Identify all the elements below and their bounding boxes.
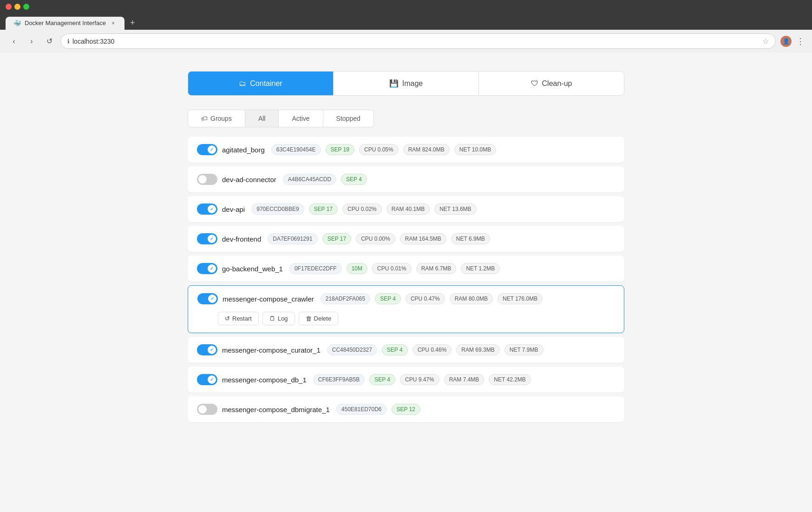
tab-cleanup[interactable]: 🛡 Clean-up (479, 72, 624, 95)
container-id-badge: CF6E3FF9AB5B (313, 374, 365, 385)
container-id-badge: 218ADF2FA065 (321, 293, 370, 304)
container-row[interactable]: ✓ dev-frontend DA7EF0691291SEP 17CPU 0.0… (188, 226, 624, 252)
tab-image[interactable]: 💾 Image (334, 72, 479, 95)
log-button[interactable]: 🗒 Log (262, 312, 295, 325)
restart-button[interactable]: ↺ Restart (218, 312, 259, 325)
container-name: messenger-compose_crawler (223, 295, 314, 303)
container-row[interactable]: ✓ messenger-compose_curator_1 CC48450D23… (188, 337, 624, 363)
container-ram-badge: RAM 80.0MB (450, 293, 493, 304)
traffic-light-green[interactable] (23, 4, 29, 10)
container-row[interactable]: messenger-compose_dbmigrate_1 450E81ED70… (188, 396, 624, 422)
toggle-switch[interactable]: ✓ (197, 233, 217, 244)
container-name: messenger-compose_db_1 (222, 376, 307, 384)
container-date-badge: SEP 12 (392, 404, 420, 415)
all-label: All (258, 115, 266, 122)
container-cpu-badge: CPU 9.47% (400, 374, 439, 385)
row-content: ✓ messenger-compose_crawler 218ADF2FA065… (197, 293, 615, 304)
container-net-badge: NET 6.9MB (451, 233, 490, 244)
filter-all-button[interactable]: All (245, 110, 279, 127)
toggle-switch[interactable]: ✓ (197, 263, 217, 274)
container-list: ✓ agitated_borg 63C4E190454ESEP 19CPU 0.… (188, 137, 624, 426)
container-row[interactable]: ✓ messenger-compose_db_1 CF6E3FF9AB5BSEP… (188, 367, 624, 393)
toggle-switch[interactable] (197, 174, 217, 185)
browser-menu-icon[interactable]: ⋮ (796, 36, 805, 46)
container-name: dev-ad-connector (222, 176, 276, 184)
toggle-switch[interactable] (197, 404, 217, 415)
toggle-switch[interactable]: ✓ (197, 344, 217, 355)
bookmark-icon[interactable]: ☆ (762, 37, 769, 46)
container-name: messenger-compose_dbmigrate_1 (222, 406, 330, 414)
main-tabs: 🗂 Container 💾 Image 🛡 Clean-up (188, 71, 624, 96)
filter-stopped-button[interactable]: Stopped (323, 110, 374, 127)
browser-tab[interactable]: 🐳 Docker Management Interface × (6, 17, 124, 30)
container-net-badge: NET 176.0MB (498, 293, 543, 304)
container-cpu-badge: CPU 0.46% (413, 344, 452, 355)
container-row[interactable]: ✓ agitated_borg 63C4E190454ESEP 19CPU 0.… (188, 137, 624, 163)
container-ram-badge: RAM 824.0MB (403, 144, 450, 155)
container-tab-icon: 🗂 (239, 79, 246, 88)
container-id-badge: 0F17EDEC2DFF (289, 263, 342, 274)
tab-container[interactable]: 🗂 Container (188, 72, 334, 95)
toggle-switch[interactable]: ✓ (197, 374, 217, 385)
image-tab-label: Image (402, 79, 423, 88)
restart-label: Restart (232, 315, 252, 322)
delete-button[interactable]: 🗑 Delete (299, 312, 339, 325)
container-name: agitated_borg (222, 146, 265, 154)
check-icon: ✓ (210, 236, 214, 241)
tab-close-button[interactable]: × (110, 20, 117, 27)
container-cpu-badge: CPU 0.01% (372, 263, 412, 274)
container-date-badge: SEP 17 (309, 203, 338, 215)
row-content: ✓ dev-frontend DA7EF0691291SEP 17CPU 0.0… (197, 233, 615, 244)
row-content: ✓ messenger-compose_db_1 CF6E3FF9AB5BSEP… (197, 374, 615, 385)
toggle-switch[interactable]: ✓ (197, 144, 217, 155)
container-ram-badge: RAM 164.5MB (400, 233, 446, 244)
container-cpu-badge: CPU 0.05% (359, 144, 399, 155)
check-icon: ✓ (210, 296, 214, 301)
row-content: ✓ messenger-compose_curator_1 CC48450D23… (197, 344, 615, 355)
container-id-badge: 970ECCD0BBE9 (251, 203, 304, 215)
filter-active-button[interactable]: Active (279, 110, 323, 127)
delete-icon: 🗑 (306, 315, 312, 322)
container-row[interactable]: dev-ad-connector A4B6CA45ACDDSEP 4 (188, 166, 624, 192)
filter-groups-button[interactable]: 🏷 Groups (188, 110, 245, 127)
check-icon: ✓ (210, 377, 214, 382)
container-id-badge: 450E81ED70D6 (336, 404, 387, 415)
container-row[interactable]: ✓ go-backend_web_1 0F17EDEC2DFF10MCPU 0.… (188, 256, 624, 282)
container-date-badge: SEP 4 (369, 374, 395, 385)
container-tab-label: Container (250, 79, 282, 88)
container-date-badge: 10M (347, 263, 367, 274)
container-cpu-badge: CPU 0.02% (342, 203, 382, 215)
traffic-light-yellow[interactable] (14, 4, 20, 10)
traffic-light-red[interactable] (6, 4, 12, 10)
reload-button[interactable]: ↺ (43, 35, 56, 48)
profile-icon[interactable]: 👤 (780, 36, 792, 47)
new-tab-button[interactable]: + (126, 16, 139, 30)
log-icon: 🗒 (269, 315, 275, 322)
row-content: dev-ad-connector A4B6CA45ACDDSEP 4 (197, 174, 615, 185)
image-tab-icon: 💾 (389, 79, 399, 88)
log-label: Log (278, 315, 288, 322)
address-text: localhost:3230 (72, 38, 760, 45)
toggle-switch[interactable]: ✓ (197, 293, 218, 304)
lock-icon: ℹ (67, 38, 70, 45)
container-date-badge: SEP 19 (326, 144, 354, 155)
stopped-label: Stopped (336, 115, 360, 122)
row-content: messenger-compose_dbmigrate_1 450E81ED70… (197, 404, 615, 415)
container-row[interactable]: ✓ dev-api 970ECCD0BBE9SEP 17CPU 0.02%RAM… (188, 196, 624, 222)
container-id-badge: CC48450D2327 (327, 344, 377, 355)
cleanup-tab-label: Clean-up (542, 79, 572, 88)
forward-button[interactable]: › (25, 35, 38, 48)
address-bar[interactable]: ℹ localhost:3230 ☆ (60, 33, 776, 49)
check-icon: ✓ (210, 147, 214, 152)
back-button[interactable]: ‹ (7, 35, 20, 48)
groups-label: Groups (210, 115, 232, 122)
container-row[interactable]: ✓ messenger-compose_crawler 218ADF2FA065… (188, 285, 624, 333)
check-icon: ✓ (210, 266, 214, 271)
container-net-badge: NET 13.6MB (434, 203, 476, 215)
filter-tabs: 🏷 Groups All Active Stopped (188, 110, 624, 127)
container-name: go-backend_web_1 (222, 265, 283, 273)
container-ram-badge: RAM 40.1MB (386, 203, 430, 215)
container-id-badge: A4B6CA45ACDD (283, 174, 336, 185)
container-name: dev-api (222, 205, 245, 213)
toggle-switch[interactable]: ✓ (197, 203, 217, 215)
